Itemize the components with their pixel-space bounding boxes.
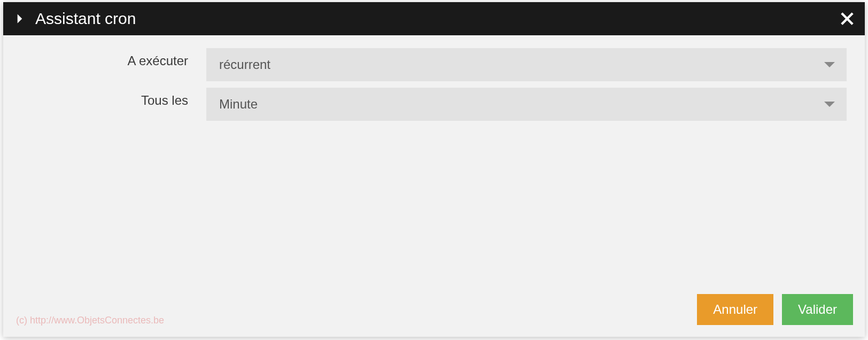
form-row-execute: A exécuter récurrent [21,48,847,81]
validate-button[interactable]: Valider [782,294,853,325]
chevron-right-icon [16,13,24,24]
watermark-text: (c) http://www.ObjetsConnectes.be [16,315,164,326]
cron-assistant-modal: Assistant cron A exécuter récurrent Tous… [3,2,865,337]
execute-select[interactable]: récurrent [206,48,847,81]
form-row-every: Tous les Minute [21,88,847,121]
every-control: Minute [206,88,847,121]
caret-down-icon [824,102,835,107]
every-select[interactable]: Minute [206,88,847,121]
execute-select-value: récurrent [219,57,270,72]
execute-control: récurrent [206,48,847,81]
execute-label: A exécuter [21,48,206,68]
modal-title: Assistant cron [35,10,136,28]
every-label: Tous les [21,88,206,108]
cancel-button[interactable]: Annuler [697,294,773,325]
close-icon[interactable] [840,12,854,26]
modal-body: A exécuter récurrent Tous les Minute [3,35,865,294]
caret-down-icon [824,62,835,67]
every-select-value: Minute [219,97,258,112]
modal-header: Assistant cron [3,2,865,35]
